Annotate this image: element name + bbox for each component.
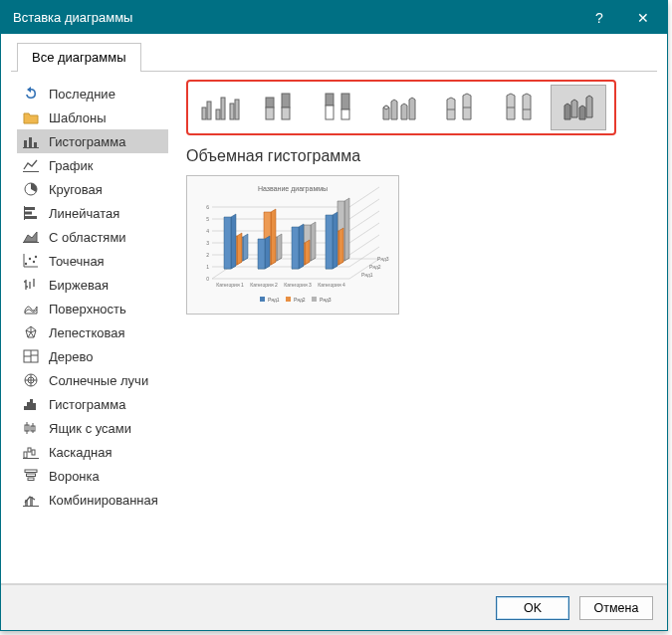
sidebar-item-funnel[interactable]: Воронка	[17, 464, 168, 488]
svg-line-83	[349, 187, 379, 207]
svg-line-26	[28, 332, 31, 337]
svg-line-81	[349, 199, 379, 219]
column-chart-icon	[21, 131, 41, 151]
sidebar-item-waterfall[interactable]: Каскадная	[17, 440, 168, 464]
svg-text:2: 2	[206, 252, 209, 258]
chart-type-list: Последние Шаблоны Гистограмма	[17, 80, 168, 565]
sidebar-item-bar[interactable]: Линейчатая	[17, 201, 168, 225]
sidebar-item-radar[interactable]: Лепестковая	[17, 320, 168, 344]
sidebar-item-combo[interactable]: Комбинированная	[17, 488, 168, 512]
variant-3d-clustered-column[interactable]	[371, 85, 427, 130]
chart-preview[interactable]: Название диаграммы	[186, 175, 399, 315]
sidebar-item-label: Ящик с усами	[49, 421, 131, 436]
sidebar-item-histogram[interactable]: Гистограмма	[17, 392, 168, 416]
3d-column-icon	[557, 90, 600, 125]
sidebar-item-label: График	[49, 158, 93, 173]
svg-rect-66	[341, 94, 349, 109]
3d-stacked-column-icon	[437, 90, 481, 125]
sidebar-item-label: Биржевая	[49, 278, 109, 293]
sidebar-item-label: С областями	[49, 230, 126, 245]
svg-text:4: 4	[206, 228, 209, 234]
sidebar-item-label: Комбинированная	[49, 493, 158, 508]
tab-all-charts[interactable]: Все диаграммы	[17, 43, 141, 72]
tab-label: Все диаграммы	[32, 50, 126, 65]
sidebar-item-pie[interactable]: Круговая	[17, 177, 168, 201]
help-button[interactable]: ?	[579, 1, 619, 34]
ok-button[interactable]: OK	[496, 596, 569, 620]
help-icon: ?	[595, 10, 603, 26]
sidebar-item-sunburst[interactable]: Солнечные лучи	[17, 368, 168, 392]
stock-chart-icon	[21, 275, 41, 295]
svg-rect-65	[326, 106, 334, 119]
svg-text:Категория 2: Категория 2	[250, 282, 278, 288]
sidebar-item-label: Каскадная	[49, 445, 112, 460]
sidebar-item-recent[interactable]: Последние	[17, 82, 168, 106]
sidebar-item-surface[interactable]: Поверхность	[17, 297, 168, 320]
3d-100-stacked-column-icon	[497, 90, 541, 125]
svg-rect-37	[27, 402, 30, 410]
sidebar-item-label: Гистограмма	[49, 134, 125, 149]
radar-chart-icon	[21, 322, 41, 342]
svg-rect-100	[286, 297, 291, 302]
svg-text:6: 6	[206, 204, 209, 210]
svg-rect-59	[235, 100, 239, 119]
sidebar-item-label: Последние	[49, 87, 115, 102]
sidebar-item-column[interactable]: Гистограмма	[17, 129, 168, 153]
svg-rect-7	[25, 212, 32, 215]
dialog-footer: OK Отмена	[1, 584, 667, 630]
svg-rect-1	[29, 137, 32, 147]
svg-rect-67	[341, 109, 349, 119]
svg-point-11	[25, 263, 27, 265]
svg-rect-55	[207, 102, 211, 119]
area-chart-icon	[21, 227, 41, 247]
variant-3d-stacked-column[interactable]	[431, 85, 487, 130]
svg-line-75	[349, 235, 379, 255]
svg-point-12	[29, 258, 31, 260]
close-icon: ✕	[637, 10, 649, 26]
sidebar-item-templates[interactable]: Шаблоны	[17, 106, 168, 129]
svg-text:Ряд3: Ряд3	[320, 297, 332, 303]
variant-3d-column[interactable]	[551, 85, 606, 130]
svg-rect-2	[34, 142, 37, 147]
sidebar-item-line[interactable]: График	[17, 153, 168, 177]
svg-rect-49	[27, 474, 36, 477]
sidebar-item-label: Воронка	[49, 469, 100, 484]
variant-3d-100-stacked-column[interactable]	[491, 85, 547, 130]
scatter-chart-icon	[21, 251, 41, 271]
folder-icon	[21, 107, 41, 127]
combo-chart-icon	[21, 490, 41, 510]
variant-100-stacked-column[interactable]	[312, 85, 367, 130]
sidebar-item-treemap[interactable]: Дерево	[17, 344, 168, 368]
close-button[interactable]: ✕	[619, 1, 667, 34]
cancel-button[interactable]: Отмена	[579, 596, 653, 620]
pie-chart-icon	[21, 179, 41, 199]
svg-text:1: 1	[206, 264, 209, 270]
sidebar-item-boxwhisker[interactable]: Ящик с усами	[17, 416, 168, 440]
sidebar-item-label: Дерево	[49, 349, 93, 364]
dialog-content: Все диаграммы Последние Шаблоны	[1, 34, 667, 584]
sidebar-item-scatter[interactable]: Точечная	[17, 249, 168, 273]
svg-line-25	[31, 332, 34, 337]
sidebar-item-label: Линейчатая	[49, 206, 119, 221]
svg-rect-45	[28, 448, 31, 452]
svg-rect-64	[326, 94, 334, 106]
variant-clustered-column[interactable]	[192, 85, 248, 130]
box-whisker-icon	[21, 418, 41, 438]
3d-clustered-column-icon	[377, 90, 421, 125]
svg-line-79	[349, 211, 379, 231]
svg-point-14	[35, 256, 37, 258]
svg-text:Ряд2: Ряд2	[369, 264, 381, 270]
sidebar-item-label: Лепестковая	[49, 325, 125, 340]
titlebar: Вставка диаграммы ? ✕	[1, 1, 667, 34]
svg-text:Категория 4: Категория 4	[318, 282, 345, 288]
svg-rect-38	[30, 399, 33, 410]
sidebar-item-area[interactable]: С областями	[17, 225, 168, 249]
preview-chart-title: Название диаграммы	[258, 185, 328, 193]
svg-rect-102	[312, 297, 317, 302]
svg-text:Ряд1: Ряд1	[268, 297, 280, 303]
svg-text:Категория 3: Категория 3	[284, 282, 312, 288]
sidebar-item-stock[interactable]: Биржевая	[17, 273, 168, 297]
svg-rect-39	[33, 403, 36, 410]
subtype-title: Объемная гистограмма	[186, 147, 651, 165]
variant-stacked-column[interactable]	[252, 85, 308, 130]
